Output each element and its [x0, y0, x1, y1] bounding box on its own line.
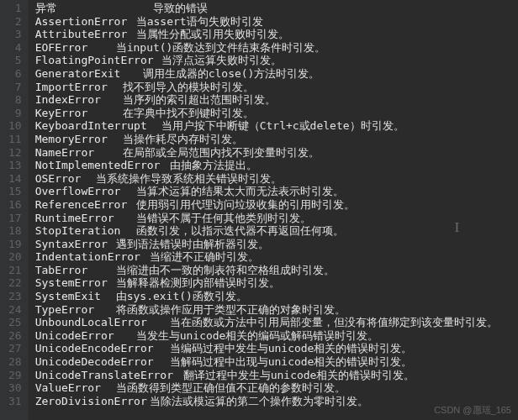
code-editor: 1234567891011121314151617181920212223242… — [0, 0, 518, 420]
exception-description: 在局部或全局范围内找不到变量时引发。 — [123, 146, 320, 159]
line-number: 9 — [8, 107, 22, 120]
line-number: 16 — [8, 198, 22, 212]
exception-name: FloatingPointError — [35, 54, 161, 67]
exception-name: ZeroDivisionError — [35, 395, 150, 408]
exception-name: OSError — [35, 172, 96, 186]
exception-description: 当解码过程中出现与unicode相关的错误时引发。 — [170, 355, 413, 368]
exception-description: 当编码过程中发生与unicode相关的错误时引发。 — [170, 342, 413, 354]
exception-name: UnicodeTranslateError — [35, 369, 183, 382]
line-number: 12 — [8, 146, 22, 160]
code-area[interactable]: 异常导致的错误AssertionError当assert语句失败时引发Attri… — [29, 0, 518, 420]
exception-description: 当错误不属于任何其他类别时引发。 — [136, 212, 311, 224]
exception-description: 当浮点运算失败时引发。 — [161, 54, 282, 66]
exception-description: 当解释器检测到内部错误时引发。 — [116, 276, 280, 289]
code-line: IndexError当序列的索引超出范围时引发。 — [35, 93, 518, 107]
code-line: GeneratorExit调用生成器的close()方法时引发。 — [35, 67, 518, 81]
line-number: 10 — [8, 119, 22, 133]
exception-name: TypeError — [35, 303, 116, 317]
exception-name: ReferenceError — [35, 198, 136, 212]
line-number: 6 — [8, 67, 22, 81]
code-line: UnicodeTranslateError翻译过程中发生与unicode相关的错… — [35, 369, 518, 382]
exception-name: AssertionError — [35, 15, 136, 29]
line-number: 11 — [8, 133, 22, 146]
exception-name: ImportError — [35, 81, 123, 94]
exception-description: 使用弱引用代理访问垃圾收集的引用时引发。 — [136, 198, 355, 211]
code-line: IndentationError当缩进不正确时引发。 — [35, 250, 518, 264]
code-line: TabError当缩进由不一致的制表符和空格组成时引发。 — [35, 264, 518, 277]
line-number: 30 — [8, 381, 22, 395]
code-line: KeyboardInterrupt当用户按下中断键（Ctrl+c或delete）… — [35, 119, 518, 133]
exception-name: SystemError — [35, 276, 116, 290]
exception-description: 当函数得到类型正确但值不正确的参数时引发。 — [116, 381, 346, 394]
code-line: KeyError在字典中找不到键时引发。 — [35, 107, 518, 120]
code-line: TypeError将函数或操作应用于类型不正确的对象时引发。 — [35, 303, 518, 317]
exception-description: 当assert语句失败时引发 — [136, 15, 263, 28]
exception-description: 当系统操作导致系统相关错误时引发。 — [96, 172, 282, 185]
exception-name: RuntimeError — [35, 212, 136, 225]
code-line: FloatingPointError当浮点运算失败时引发。 — [35, 54, 518, 67]
exception-description: 导致的错误 — [153, 2, 208, 14]
code-line: NotImplementedError由抽象方法提出。 — [35, 159, 518, 172]
code-line: ImportError找不到导入的模块时引发。 — [35, 81, 518, 94]
exception-description: 当在函数或方法中引用局部变量，但没有将值绑定到该变量时引发。 — [170, 316, 498, 328]
exception-description: 当发生与unicode相关的编码或解码错误时引发。 — [136, 329, 379, 342]
exception-name: UnicodeEncodeError — [35, 342, 170, 355]
code-line: UnboundLocalError当在函数或方法中引用局部变量，但没有将值绑定到… — [35, 316, 518, 329]
exception-name: EOFError — [35, 41, 116, 55]
exception-description: 由抽象方法提出。 — [170, 159, 257, 171]
code-line: RuntimeError当错误不属于任何其他类别时引发。 — [35, 212, 518, 225]
exception-description: 当缩进由不一致的制表符和空格组成时引发。 — [116, 264, 335, 276]
code-line: MemoryError当操作耗尽内存时引发。 — [35, 133, 518, 146]
exception-name: NameError — [35, 146, 123, 160]
exception-description: 遇到语法错误时由解析器引发。 — [116, 238, 269, 250]
line-number: 29 — [8, 369, 22, 382]
line-number: 1 — [8, 2, 22, 15]
exception-name: NotImplementedError — [35, 159, 170, 172]
exception-description: 当属性分配或引用失败时引发。 — [136, 28, 289, 40]
code-line: SystemExit由sys.exit()函数引发。 — [35, 290, 518, 303]
code-line: 异常导致的错误 — [35, 2, 518, 15]
line-number: 7 — [8, 81, 22, 94]
exception-description: 调用生成器的close()方法时引发。 — [143, 67, 320, 80]
line-number: 13 — [8, 159, 22, 172]
exception-description: 在字典中找不到键时引发。 — [123, 107, 254, 119]
watermark: CSDN @愿瑶_165 — [434, 404, 511, 417]
line-number: 14 — [8, 172, 22, 186]
exception-name: TabError — [35, 264, 116, 277]
code-line: SyntaxError遇到语法错误时由解析器引发。 — [35, 238, 518, 251]
code-line: AssertionError当assert语句失败时引发 — [35, 15, 518, 29]
line-number: 27 — [8, 342, 22, 355]
line-number: 18 — [8, 224, 22, 238]
exception-description: 当算术运算的结果太大而无法表示时引发。 — [136, 185, 344, 197]
exception-name: 异常 — [35, 2, 153, 15]
line-number: 23 — [8, 290, 22, 303]
exception-name: UnboundLocalError — [35, 316, 170, 329]
exception-name: KeyboardInterrupt — [35, 119, 161, 133]
line-number: 5 — [8, 54, 22, 67]
exception-description: 当input()函数达到文件结束条件时引发。 — [116, 41, 326, 54]
line-number: 21 — [8, 264, 22, 277]
code-line: StopIteration函数引发，以指示迭代器不再返回任何项。 — [35, 224, 518, 238]
line-number: 19 — [8, 238, 22, 251]
exception-name: StopIteration — [35, 224, 136, 238]
line-number: 2 — [8, 15, 22, 29]
exception-name: AttributeError — [35, 28, 136, 41]
exception-name: UnicodeDecodeError — [35, 355, 170, 369]
exception-name: MemoryError — [35, 133, 123, 146]
exception-name: OverflowError — [35, 185, 136, 198]
exception-description: 当缩进不正确时引发。 — [150, 250, 259, 263]
line-number-gutter: 1234567891011121314151617181920212223242… — [0, 0, 29, 420]
exception-description: 当除法或模运算的第二个操作数为零时引发。 — [150, 395, 368, 407]
exception-description: 当操作耗尽内存时引发。 — [123, 133, 243, 145]
line-number: 24 — [8, 303, 22, 317]
exception-name: UnicodeError — [35, 329, 136, 343]
exception-name: IndentationError — [35, 250, 150, 264]
code-line: ReferenceError使用弱引用代理访问垃圾收集的引用时引发。 — [35, 198, 518, 212]
exception-name: SystemExit — [35, 290, 116, 303]
exception-name: SyntaxError — [35, 238, 116, 251]
exception-description: 找不到导入的模块时引发。 — [123, 81, 254, 93]
code-line: NameError在局部或全局范围内找不到变量时引发。 — [35, 146, 518, 160]
code-line: AttributeError当属性分配或引用失败时引发。 — [35, 28, 518, 41]
code-line: ValueError当函数得到类型正确但值不正确的参数时引发。 — [35, 381, 518, 395]
code-line: SystemError当解释器检测到内部错误时引发。 — [35, 276, 518, 290]
